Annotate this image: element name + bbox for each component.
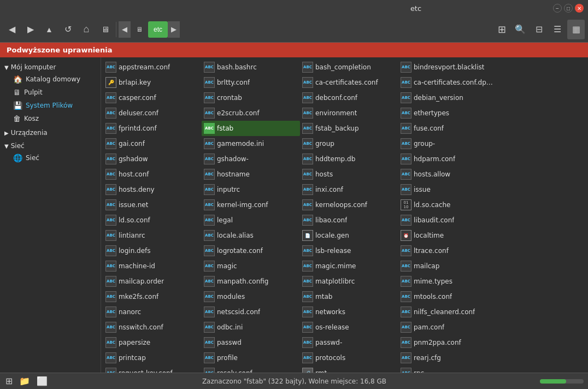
list-item[interactable]: ABChosts — [300, 167, 398, 182]
list-item[interactable]: ABCpapersize — [103, 335, 202, 350]
breadcrumb-path-btn[interactable]: 🖥 — [131, 21, 148, 38]
list-item[interactable]: 📄locale.gen — [300, 228, 398, 243]
list-item[interactable]: ABCdebian_version — [398, 90, 497, 105]
list-item[interactable]: ABCbindresvport.blacklist — [398, 60, 497, 75]
up-button[interactable]: ▲ — [40, 20, 58, 39]
list-item[interactable]: ABCnsswitch.conf — [103, 320, 202, 335]
list-item[interactable]: ABCodbc.ini — [202, 320, 300, 335]
list-item[interactable]: ABClsb-release — [300, 243, 398, 258]
sidebar-item-system-files[interactable]: 💾 System Plików — [0, 99, 101, 112]
reload-button[interactable]: ↺ — [59, 20, 77, 39]
devices-header[interactable]: ▶ Urządzenia — [0, 127, 101, 138]
list-item[interactable]: ABCkerneloops.conf — [300, 197, 398, 213]
list-item[interactable]: ABCbash_completion — [300, 60, 398, 75]
list-item[interactable]: ABCissue.net — [103, 197, 202, 213]
list-item[interactable]: ABClocale.alias — [202, 228, 300, 243]
list-item[interactable]: ABCca-certificates.conf — [300, 75, 398, 90]
close-button[interactable]: ✕ — [575, 4, 584, 13]
list-item[interactable]: ABCfstab — [202, 121, 300, 136]
list-item[interactable]: 🔗rmt — [300, 366, 398, 373]
list-item[interactable]: ABChosts.allow — [398, 167, 497, 182]
list-item[interactable]: ABCgai.conf — [103, 136, 202, 151]
list-item[interactable]: ABCpasswd- — [300, 335, 398, 350]
list-item[interactable]: ABCkernel-img.conf — [202, 197, 300, 213]
view-button-2[interactable]: ⊟ — [530, 20, 548, 39]
list-item[interactable]: ABCpam.conf — [398, 320, 497, 335]
list-item[interactable]: ABCfuse.conf — [398, 121, 497, 136]
list-item[interactable]: ABCmagic.mime — [300, 258, 398, 274]
list-item[interactable]: ABCdeluser.conf — [103, 105, 202, 121]
folder-button[interactable]: 📁 — [18, 375, 31, 387]
list-item[interactable]: ABCmanpath.config — [202, 274, 300, 289]
list-item[interactable]: ABCmtab — [300, 289, 398, 304]
list-item[interactable]: ABCmailcap.order — [103, 274, 202, 289]
list-item[interactable]: ⏰localtime — [398, 228, 497, 243]
list-item[interactable]: ABCfprintd.conf — [103, 121, 202, 136]
list-item[interactable]: ABCgamemode.ini — [202, 136, 300, 151]
list-item[interactable]: ABCbrltty.conf — [202, 75, 300, 90]
list-item[interactable]: 0110ld.so.cache — [398, 197, 497, 213]
list-item[interactable]: ABCe2scrub.conf — [202, 105, 300, 121]
list-item[interactable]: ABCld.so.conf — [103, 213, 202, 228]
list-item[interactable]: ABClogin.defs — [103, 243, 202, 258]
list-item[interactable]: ABCmailcap — [398, 258, 497, 274]
list-item[interactable]: ABCrearj.cfg — [398, 350, 497, 366]
view-button-3[interactable]: ☰ — [549, 20, 566, 39]
window-button[interactable]: ⬜ — [36, 375, 49, 387]
list-item[interactable]: ABCnanorc — [103, 304, 202, 320]
list-item[interactable]: ABCca-certificates.conf.dpkg-old — [398, 75, 497, 90]
list-item[interactable]: ABCgroup- — [398, 136, 497, 151]
list-item[interactable]: ABCmagic — [202, 258, 300, 274]
sidebar-item-home[interactable]: 🏠 Katalog domowy — [0, 73, 101, 86]
home-button[interactable]: ⌂ — [78, 20, 95, 39]
list-item[interactable]: ABCgshadow — [103, 151, 202, 167]
list-item[interactable]: ABCgshadow- — [202, 151, 300, 167]
list-item[interactable]: ABCgroup — [300, 136, 398, 151]
sidebar-item-trash[interactable]: 🗑 Kosz — [0, 112, 101, 125]
view-button-4[interactable]: ▦ — [567, 20, 585, 39]
list-item[interactable]: ABClibaudit.conf — [398, 213, 497, 228]
list-item[interactable]: ABCmodules — [202, 289, 300, 304]
list-item[interactable]: ABClogrotate.conf — [202, 243, 300, 258]
sidebar-item-pulpit[interactable]: 🖥 Pulpit — [0, 86, 101, 99]
list-item[interactable]: ABCprintcap — [103, 350, 202, 366]
list-item[interactable]: ABClintianrc — [103, 228, 202, 243]
list-item[interactable]: ABChost.conf — [103, 167, 202, 182]
breadcrumb-etc-btn[interactable]: etc — [148, 21, 168, 38]
breadcrumb-right-arrow[interactable]: ▶ — [168, 21, 180, 38]
computer-button[interactable]: 🖥 — [96, 20, 114, 39]
list-item[interactable]: ABCmke2fs.conf — [103, 289, 202, 304]
list-item[interactable]: ABCfstab_backup — [300, 121, 398, 136]
list-item[interactable]: ABClegal — [202, 213, 300, 228]
list-item[interactable]: ABCenvironment — [300, 105, 398, 121]
list-item[interactable]: ABCmime.types — [398, 274, 497, 289]
list-item[interactable]: ABCinputrc — [202, 182, 300, 197]
maximize-button[interactable]: □ — [564, 4, 573, 13]
list-item[interactable]: ABCprofile — [202, 350, 300, 366]
forward-button[interactable]: ▶ — [22, 20, 39, 39]
list-item[interactable]: ABCresolv.conf — [202, 366, 300, 373]
list-item[interactable]: ABCappstream.conf — [103, 60, 202, 75]
minimize-button[interactable]: − — [553, 4, 562, 13]
list-item[interactable]: ABCcasper.conf — [103, 90, 202, 105]
list-item[interactable]: ABCinxi.conf — [300, 182, 398, 197]
terminal-button[interactable]: ⊞ — [4, 375, 14, 387]
search-button[interactable]: 🔍 — [511, 20, 529, 39]
list-item[interactable]: ABCrequest-key.conf — [103, 366, 202, 373]
list-item[interactable]: ABCdebconf.conf — [300, 90, 398, 105]
list-item[interactable]: ABCmatplotlibrc — [300, 274, 398, 289]
list-item[interactable]: ABCnetscsid.conf — [202, 304, 300, 320]
breadcrumb-left-arrow[interactable]: ◀ — [119, 21, 131, 38]
list-item[interactable]: ABCpnm2ppa.conf — [398, 335, 497, 350]
list-item[interactable]: ABCrpc — [398, 366, 497, 373]
list-item[interactable]: ABCethertypes — [398, 105, 497, 121]
list-item[interactable]: ABCmachine-id — [103, 258, 202, 274]
list-item[interactable]: ABCos-release — [300, 320, 398, 335]
view-button-1[interactable]: ⊞ — [493, 20, 510, 39]
list-item[interactable]: ABClibao.conf — [300, 213, 398, 228]
list-item[interactable]: 🔑brlapi.key — [103, 75, 202, 90]
list-item[interactable]: ABCpasswd — [202, 335, 300, 350]
list-item[interactable]: ABChdparm.conf — [398, 151, 497, 167]
list-item[interactable]: ABCmtools.conf — [398, 289, 497, 304]
list-item[interactable]: ABCnilfs_cleanerd.conf — [398, 304, 497, 320]
